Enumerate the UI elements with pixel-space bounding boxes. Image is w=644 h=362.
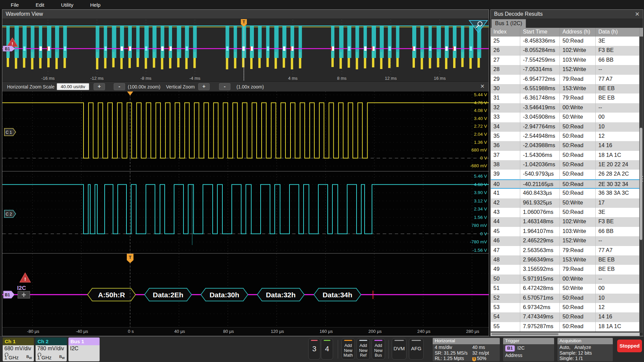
table-row[interactable]: 33-3.045908ms50:Write00 (491, 113, 643, 122)
trigger-flag[interactable]: T (127, 254, 133, 263)
overview-waveform[interactable]: !B1T -16 ms-12 ms-8 ms-4 ms4 ms8 ms12 ms… (2, 18, 489, 81)
button-stripe (359, 340, 367, 341)
table-row[interactable]: 28-7.05314ms152:Write-- (491, 65, 643, 74)
column-header[interactable]: Address (h) (560, 28, 596, 37)
table-cell: 33 (491, 113, 520, 122)
menu-item-file[interactable]: File (11, 2, 19, 8)
close-icon[interactable]: ✕ (635, 11, 640, 18)
button-afg[interactable]: AFG (409, 338, 424, 360)
vertical-scrollbar[interactable] (639, 37, 643, 333)
column-header[interactable]: Start Time (520, 28, 560, 37)
channel-badge-bus1[interactable]: Bus 1I2C (68, 338, 100, 361)
channel-button-3[interactable]: 3 (308, 338, 320, 360)
trigger-panel[interactable]: Trigger B1 I2C Address (503, 338, 554, 361)
table-header: IndexStart TimeAddress (h)Data (h) (491, 28, 643, 37)
table-row[interactable]: 34-2.947764ms50:Read10 (491, 122, 643, 132)
table-row[interactable]: 42961.9325µs50:Write17 (491, 198, 643, 208)
ch2-scale-label: 3.90 V (474, 190, 487, 195)
table-cell: 103:Write (560, 227, 596, 236)
table-row[interactable]: 29-6.954772ms79:Read77 A7 (491, 75, 643, 84)
ch2-scale-label: 1.56 V (474, 215, 487, 220)
button-add-new-bus[interactable]: AddNewBus (372, 338, 385, 360)
acquisition-panel[interactable]: Acquisition Auto, Analyze Sample: 12 bit… (557, 338, 613, 361)
column-header[interactable]: Data (h) (596, 28, 640, 37)
table-cell: 27 (491, 56, 520, 65)
table-row[interactable]: 31-6.361748ms79:ReadBE EB (491, 94, 643, 103)
table-cell: 00:Write (560, 275, 596, 284)
table-row[interactable]: 493.156592ms79:ReadBE EB (491, 265, 643, 274)
channel-badge-ch1[interactable]: Ch 1680 mV/div1 GHzBW (3, 338, 34, 361)
table-row[interactable]: 431.060076ms50:Read3E (491, 208, 643, 217)
table-row[interactable]: 39-540.9793µs50:Read26 28 2A 2C (491, 170, 643, 179)
button-stripe (374, 340, 382, 341)
table-row[interactable]: 25-8.458336ms50:Read3E (491, 37, 643, 46)
h-zoom-plus-button[interactable]: + (94, 83, 105, 90)
menu-item-utility[interactable]: Utility (61, 2, 73, 8)
table-row[interactable]: 27-7.554259ms103:Write66 BB (491, 56, 643, 65)
zoom-close-icon[interactable]: ✕ (480, 83, 485, 89)
table-cell: 79:Read (560, 265, 596, 274)
table-row[interactable]: 26-8.055284ms102:WriteF3 BE (491, 46, 643, 55)
h-zoom-minus-button[interactable]: - (114, 83, 125, 90)
column-header[interactable]: Index (491, 28, 520, 37)
table-cell: 18 1A 1C (596, 151, 640, 160)
tab-bus1-i2c[interactable]: Bus 1 (I2C) (491, 19, 526, 28)
table-row[interactable]: 547.474349ms50:Read14 16 (491, 312, 643, 322)
acq-single: Single: 1 /1 (559, 356, 611, 361)
menu-item-edit[interactable]: Edit (36, 2, 44, 8)
overview-tick-label: 8 ms (327, 76, 357, 81)
table-row[interactable]: 536.97342ms50:Read12 (491, 303, 643, 312)
channel-button-4[interactable]: 4 (321, 338, 333, 360)
horizontal-panel[interactable]: Horizontal 4 ms/div40 ms SR: 31.25 MS/s3… (433, 338, 500, 361)
decode-packet: A:50h:R (88, 288, 136, 301)
table-row[interactable]: 557.975287ms50:Read18 1A 1C (491, 322, 643, 331)
v-zoom-minus-button[interactable]: - (219, 83, 230, 90)
bus-badge-b1[interactable]: B1 (3, 291, 14, 298)
overview-tick-label: -4 ms (180, 76, 210, 81)
v-zoom-plus-button[interactable]: + (198, 83, 210, 90)
table-cell: -- (596, 103, 640, 113)
h-zoom-scale-input[interactable]: 40.00 us/div (57, 83, 89, 90)
table-row[interactable]: 472.563563ms79:Read77 A7 (491, 246, 643, 255)
ch1-scale-label: 2.04 V (474, 132, 487, 137)
button-add-new-math[interactable]: AddNewMath (341, 338, 355, 360)
table-row[interactable]: 505.971915ms00:Write-- (491, 275, 643, 284)
table-cell: 25 (491, 37, 520, 46)
table-row[interactable]: 526.570571ms50:Read10 (491, 294, 643, 303)
status-bar: Ch 1680 mV/div1 GHzBWCh 2780 mV/div1 GHz… (0, 336, 644, 362)
svg-text:!: ! (12, 41, 13, 46)
trigger-title: Trigger (503, 338, 554, 344)
table-row[interactable]: 462.465229ms152:Write-- (491, 236, 643, 246)
h-window: 40 ms (472, 345, 498, 350)
table-row[interactable]: 41460.8433µs50:Read36 38 3A 3C (491, 189, 643, 198)
svg-text:A:50h:R: A:50h:R (98, 291, 125, 299)
table-row[interactable]: 441.463148ms102:WriteF3 BE (491, 217, 643, 227)
table-row[interactable]: 516.472428ms50:Write00 (491, 284, 643, 293)
horizontal-scrollbar[interactable] (491, 333, 640, 336)
menu-item-help[interactable]: Help (90, 2, 101, 8)
table-row[interactable]: 451.964107ms103:Write66 BB (491, 227, 643, 236)
table-row[interactable]: 32-3.546419ms00:Write-- (491, 103, 643, 113)
table-row[interactable]: 36-2.043988ms50:Read14 16 (491, 141, 643, 150)
button-dvm[interactable]: DVM (392, 338, 407, 360)
scrollbar-thumb[interactable] (491, 333, 558, 335)
table-row[interactable]: 35-2.544948ms50:Read12 (491, 132, 643, 141)
stopped-button[interactable]: Stopped (617, 340, 642, 352)
table-row[interactable]: 38-1.042036ms50:Read1E 20 22 24 (491, 160, 643, 170)
table-row[interactable]: 37-1.54306ms50:Read18 1A 1C (491, 151, 643, 160)
button-add-new-ref[interactable]: AddNewRef (357, 338, 370, 360)
scrollbar-thumb[interactable] (640, 128, 642, 240)
trigger-top-marker (127, 92, 133, 96)
table-row[interactable]: 30-6.551988ms153:WriteBE EB (491, 84, 643, 94)
svg-text:!: ! (24, 277, 26, 282)
channel-badge-c1[interactable]: C 1 (4, 128, 16, 136)
channel-badge-c2[interactable]: C 2 (4, 210, 16, 218)
channel-badge-ch2[interactable]: Ch 2780 mV/div1 GHzBW (36, 338, 67, 361)
table-cell: 1.964107ms (520, 227, 560, 236)
zoom-waveform-plot[interactable]: C 1C 2!I2CB1A:50h:RData:2EhData:30hData:… (2, 92, 489, 327)
table-row[interactable]: 482.966349ms153:WriteBE EB (491, 255, 643, 265)
panel-resize-grip[interactable] (641, 175, 643, 183)
table-cell: 50 (491, 275, 520, 284)
table-row[interactable]: 40-40.21165µs50:Read2E 30 32 34 (491, 179, 643, 189)
bus-expand-button[interactable] (18, 291, 30, 298)
